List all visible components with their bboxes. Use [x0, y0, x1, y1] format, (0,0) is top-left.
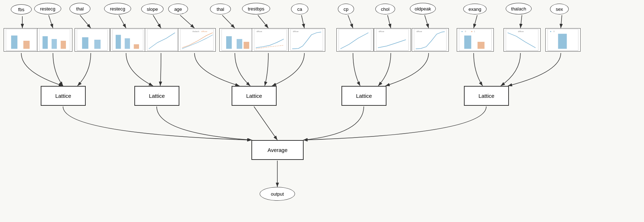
svg-line-9 [301, 15, 304, 28]
feature-thal2: thal [210, 4, 231, 14]
svg-rect-61 [459, 29, 491, 51]
chart-age: thalach diffuse [178, 28, 216, 52]
svg-text:1: 1 [474, 31, 475, 32]
svg-text:diffuse: diffuse [293, 30, 299, 32]
svg-line-2 [49, 15, 53, 28]
svg-line-13 [474, 15, 477, 28]
lattice-node-2: Lattice [134, 86, 179, 106]
svg-text:■: ■ [471, 30, 472, 32]
svg-rect-28 [82, 37, 88, 49]
svg-rect-43 [226, 36, 232, 49]
svg-rect-23 [43, 36, 48, 49]
svg-rect-34 [134, 44, 139, 49]
feature-age: age [168, 4, 188, 14]
svg-text:0: 0 [465, 31, 466, 32]
chart-trestbps: diffuse [252, 28, 289, 52]
svg-rect-19 [11, 35, 17, 49]
svg-rect-44 [237, 39, 242, 49]
svg-text:thalach: thalach [192, 30, 199, 32]
chart-restecg1 [37, 28, 72, 52]
svg-rect-33 [125, 38, 130, 49]
svg-line-8 [258, 15, 268, 28]
svg-line-15 [561, 15, 562, 28]
svg-line-7 [222, 15, 235, 28]
feature-ca: ca [291, 4, 308, 14]
feature-restecg2: restecg [104, 3, 131, 14]
svg-text:diffuse: diffuse [201, 30, 207, 32]
svg-text:diffuse: diffuse [416, 30, 422, 32]
svg-rect-62 [464, 35, 471, 49]
chart-cp [336, 28, 374, 52]
svg-line-16 [254, 106, 277, 140]
feature-sex: sex [550, 4, 569, 14]
chart-oldpeak: diffuse [412, 28, 449, 52]
feature-cp: cp [338, 4, 354, 14]
svg-line-11 [388, 15, 391, 28]
svg-text:diffuse: diffuse [379, 30, 384, 32]
average-node: Average [251, 140, 304, 160]
svg-rect-29 [94, 40, 100, 49]
svg-text:■: ■ [550, 30, 551, 32]
chart-fbs [4, 28, 39, 52]
svg-line-6 [180, 15, 194, 28]
chart-thal1 [75, 28, 110, 52]
svg-rect-45 [243, 42, 249, 49]
svg-line-14 [520, 15, 522, 28]
chart-chol: diffuse [374, 28, 411, 52]
chart-restecg2 [110, 28, 146, 52]
chart-sex: ■ 0 [545, 28, 581, 52]
svg-text:0: 0 [554, 31, 555, 32]
svg-rect-27 [77, 29, 107, 51]
svg-line-4 [119, 15, 126, 28]
feature-trestbps: trestbps [242, 3, 270, 14]
svg-rect-24 [52, 39, 57, 49]
svg-line-10 [348, 15, 353, 28]
feature-restecg1: restecg [34, 3, 61, 14]
feature-thalach: thalach [506, 3, 532, 14]
chart-slope [145, 28, 180, 52]
feature-fbs: fbs [11, 4, 32, 14]
feature-oldpeak: oldpeak [410, 3, 436, 14]
chart-thal2 [219, 28, 255, 52]
svg-text:diffuse: diffuse [518, 30, 524, 32]
output-node: output [260, 187, 295, 201]
svg-rect-32 [116, 35, 121, 49]
feature-chol: chol [375, 4, 395, 14]
chart-exang: ■ 0 ■ 1 [457, 28, 494, 52]
chart-ca: diffuse [288, 28, 325, 52]
lattice-node-4: Lattice [341, 86, 386, 106]
feature-exang: exang [463, 4, 487, 14]
feature-thal1: thal [70, 3, 90, 14]
diagram-container: fbs restecg thal restecg slope age thal … [0, 0, 644, 222]
svg-text:■: ■ [461, 30, 462, 32]
svg-rect-18 [6, 29, 36, 51]
svg-text:diffuse: diffuse [256, 30, 262, 32]
svg-rect-73 [558, 34, 567, 49]
lattice-node-1: Lattice [41, 86, 86, 106]
svg-rect-25 [61, 41, 66, 49]
lattice-node-3: Lattice [232, 86, 277, 106]
svg-line-3 [80, 15, 91, 28]
svg-rect-63 [478, 42, 484, 49]
svg-line-5 [153, 15, 161, 28]
svg-rect-20 [23, 41, 30, 49]
chart-thalach: diffuse [504, 28, 541, 52]
feature-slope: slope [141, 4, 164, 14]
svg-line-12 [425, 15, 429, 28]
lattice-node-5: Lattice [464, 86, 509, 106]
